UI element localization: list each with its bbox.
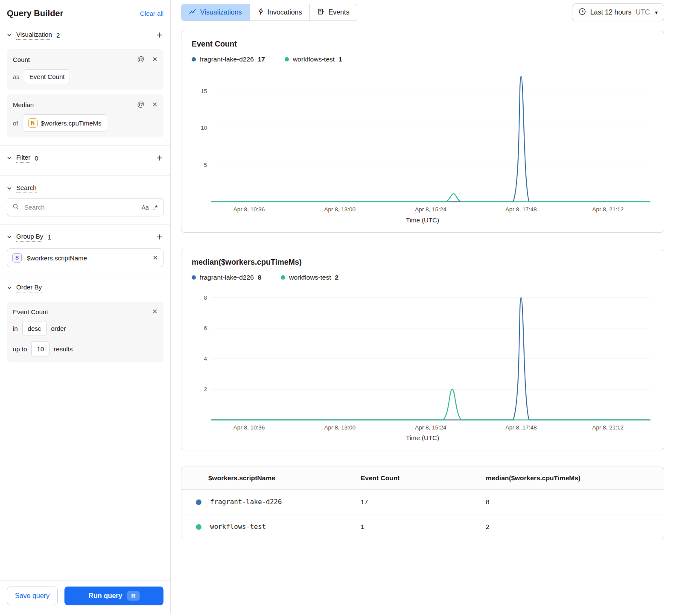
legend-value: 1 — [338, 55, 342, 63]
table-header-row: $workers.scriptName Event Count median($… — [181, 467, 664, 490]
tab-invocations[interactable]: Invocations — [250, 4, 310, 20]
results-table-card: $workers.scriptName Event Count median($… — [181, 467, 664, 539]
svg-text:Apr 8, 17:48: Apr 8, 17:48 — [505, 424, 537, 430]
legend-name: workflows-test — [293, 55, 335, 63]
remove-order-by-icon[interactable]: ✕ — [152, 308, 158, 315]
svg-text:Apr 8, 21:12: Apr 8, 21:12 — [592, 206, 624, 213]
svg-text:Apr 8, 10:36: Apr 8, 10:36 — [233, 424, 265, 430]
filter-section: Filter 0 + — [0, 145, 170, 175]
table-row[interactable]: fragrant-lake-d226 17 8 — [181, 490, 664, 514]
order-by-field: Event Count — [13, 308, 152, 315]
time-range-dropdown[interactable]: Last 12 hours UTC ▾ — [572, 3, 664, 21]
svg-text:6: 6 — [204, 325, 207, 331]
svg-text:Apr 8, 10:36: Apr 8, 10:36 — [233, 206, 265, 213]
chevron-down-icon[interactable] — [7, 234, 12, 239]
group-by-section: Group By 1 + S $workers.scriptName ✕ — [0, 224, 170, 275]
add-group-by-button[interactable]: + — [156, 232, 163, 242]
legend-name: fragrant-lake-d226 — [200, 55, 254, 63]
remove-visualization-icon[interactable]: ✕ — [152, 55, 158, 63]
visualization-count: 2 — [56, 32, 60, 39]
column-header: median($workers.cpuTimeMs) — [481, 467, 664, 490]
chart-legend: fragrant-lake-d226 17 workflows-test 1 — [192, 55, 653, 63]
order-by-section-label[interactable]: Order By — [16, 283, 42, 292]
visualization-card-title: Count — [13, 56, 137, 63]
chart-title: Event Count — [192, 40, 653, 49]
direction-chip[interactable]: desc — [22, 321, 47, 336]
limit-chip[interactable]: 10 — [31, 342, 50, 356]
column-header: Event Count — [356, 467, 481, 490]
legend-value: 8 — [258, 274, 262, 281]
tab-events[interactable]: Events — [309, 4, 357, 20]
legend-name: workflows-test — [289, 274, 331, 281]
clear-all-link[interactable]: Clear all — [140, 10, 163, 17]
events-note-icon — [318, 8, 324, 17]
series-dot — [196, 524, 201, 530]
legend-value: 2 — [335, 274, 338, 281]
tab-visualizations[interactable]: Visualizations — [181, 4, 250, 20]
regex-icon[interactable]: .* — [153, 204, 158, 211]
svg-text:Apr 8, 15:24: Apr 8, 15:24 — [415, 424, 446, 430]
run-query-label: Run query — [88, 592, 122, 600]
legend-item[interactable]: workflows-test 2 — [281, 274, 338, 281]
legend-value: 17 — [258, 55, 265, 63]
number-field-icon: N — [28, 118, 38, 128]
group-by-value: $workers.scriptName — [27, 254, 147, 262]
alias-at-icon[interactable]: @ — [137, 55, 144, 64]
as-label: as — [13, 73, 20, 80]
order-by-card: Event Count ✕ in desc order up to 10 res… — [7, 302, 163, 362]
alias-at-icon[interactable]: @ — [137, 100, 144, 109]
svg-text:8: 8 — [204, 294, 207, 301]
svg-text:Apr 8, 13:00: Apr 8, 13:00 — [324, 206, 356, 213]
visualization-section-label[interactable]: Visualization — [16, 31, 52, 40]
tab-label: Invocations — [268, 9, 302, 16]
median-cell: 2 — [481, 514, 664, 539]
chevron-down-icon[interactable] — [7, 32, 12, 38]
field-value-chip[interactable]: N $workers.cpuTimeMs — [23, 114, 107, 131]
results-main: Visualizations Invocations Events Last 1… — [171, 0, 700, 613]
event-count-cell: 1 — [356, 514, 481, 539]
match-case-icon[interactable]: Aa — [142, 204, 149, 211]
visualization-card-median: Median @ ✕ of N $workers.cpuTimeMs — [7, 94, 163, 137]
of-label: of — [13, 120, 18, 127]
chevron-down-icon: ▾ — [655, 9, 658, 16]
field-value: $workers.cpuTimeMs — [41, 120, 102, 127]
group-by-item[interactable]: S $workers.scriptName ✕ — [7, 248, 163, 267]
save-query-button[interactable]: Save query — [7, 587, 58, 605]
chevron-down-icon[interactable] — [7, 186, 12, 191]
filter-section-label[interactable]: Filter — [16, 154, 30, 163]
chart-title: median($workers.cpuTimeMs) — [192, 258, 653, 267]
svg-text:2: 2 — [204, 386, 207, 392]
chevron-down-icon[interactable] — [7, 155, 12, 161]
remove-visualization-icon[interactable]: ✕ — [152, 101, 158, 108]
add-filter-button[interactable]: + — [156, 153, 163, 163]
chart-legend: fragrant-lake-d226 8 workflows-test 2 — [192, 274, 653, 281]
string-field-icon: S — [12, 253, 22, 263]
visualization-section: Visualization 2 + Count @ ✕ as Event Cou… — [0, 23, 170, 145]
remove-group-by-icon[interactable]: ✕ — [152, 254, 158, 262]
median-cell: 8 — [481, 490, 664, 514]
alias-value-chip[interactable]: Event Count — [24, 69, 70, 84]
search-section-label[interactable]: Search — [16, 184, 37, 193]
x-axis-label: Time (UTC) — [192, 434, 653, 441]
line-chart-icon — [189, 9, 196, 17]
legend-item[interactable]: workflows-test 1 — [285, 55, 342, 63]
time-range-label: Last 12 hours — [590, 9, 632, 16]
view-tabs: Visualizations Invocations Events — [181, 4, 357, 21]
timezone-label: UTC — [636, 9, 650, 16]
chevron-down-icon[interactable] — [7, 285, 12, 290]
tab-label: Visualizations — [200, 9, 242, 16]
order-label: order — [51, 325, 66, 332]
group-by-section-label[interactable]: Group By — [16, 233, 43, 242]
svg-text:5: 5 — [204, 162, 207, 168]
query-builder-sidebar: Query Builder Clear all Visualization 2 … — [0, 0, 171, 613]
search-input[interactable] — [23, 203, 137, 211]
lightning-icon — [258, 8, 264, 17]
run-query-button[interactable]: Run query R — [64, 587, 163, 605]
add-visualization-button[interactable]: + — [156, 30, 163, 40]
in-label: in — [13, 325, 18, 332]
legend-item[interactable]: fragrant-lake-d226 8 — [192, 274, 261, 281]
median-cputime-chart-card: median($workers.cpuTimeMs) fragrant-lake… — [181, 249, 664, 451]
topbar: Visualizations Invocations Events Last 1… — [181, 3, 664, 21]
table-row[interactable]: workflows-test 1 2 — [181, 514, 664, 539]
legend-item[interactable]: fragrant-lake-d226 17 — [192, 55, 265, 63]
